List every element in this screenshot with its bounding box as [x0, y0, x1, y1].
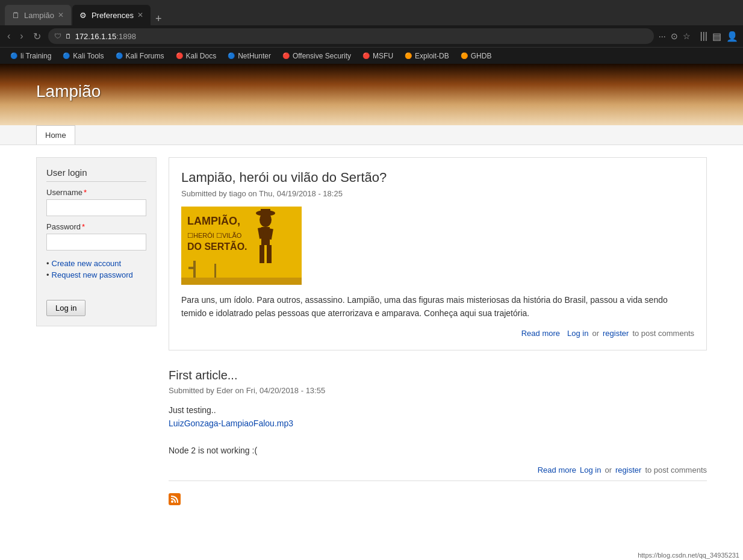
tab-lampiao[interactable]: 🗒 Lampião ✕ [5, 5, 71, 25]
article-1-register-link[interactable]: register [603, 329, 629, 338]
article-1-read-more[interactable]: Read more [521, 329, 560, 338]
tab-bar: 🗒 Lampião ✕ ⚙ Preferences ✕ + [5, 0, 165, 25]
bookmark-label-ghdb: GHDB [471, 52, 492, 60]
sidebar: User login Username* Password* Create ne… [36, 157, 157, 511]
bookmark-favicon-ghdb: 🟠 [460, 52, 468, 60]
bookmark-favicon-nethunter: 🔵 [227, 52, 235, 60]
username-required: * [84, 188, 87, 197]
article-1-footer: Read more Log in or register to post com… [181, 329, 694, 338]
bookmark-favicon-kali-forums: 🔵 [115, 52, 123, 60]
new-tab-button[interactable]: + [152, 13, 166, 25]
tab-close-lampiao[interactable]: ✕ [58, 11, 64, 19]
tab-close-preferences[interactable]: ✕ [137, 11, 143, 19]
svg-rect-13 [188, 267, 196, 269]
svg-rect-15 [181, 278, 302, 285]
login-title: User login [46, 167, 146, 182]
bookmark-favicon-kali-tools: 🔵 [62, 52, 70, 60]
page-nav: Home [0, 125, 743, 145]
bookmark-li-training[interactable]: 🔵 li Training [5, 50, 56, 62]
article-card-1: Lampião, herói ou vilão do Sertão? Submi… [169, 157, 707, 350]
article-card-2: First article... Submitted by Eder on Fr… [169, 362, 707, 482]
log-in-button[interactable]: Log in [46, 300, 85, 316]
address-bar[interactable]: 🛡 🗒 172.16.1.15:1898 [48, 28, 654, 44]
bookmark-favicon-msfu: 🔴 [362, 52, 370, 60]
pocket-icon[interactable]: ⊙ [671, 31, 678, 41]
bookmark-favicon-kali-docs: 🔴 [175, 52, 184, 60]
article-1-image: LAMPIÃO, ☐HERÓI ☐VILÃO DO SERTÃO. [181, 207, 302, 285]
url-port: :1898 [116, 32, 136, 41]
svg-rect-14 [214, 264, 216, 279]
address-bar-row: ‹ › ↻ 🛡 🗒 172.16.1.15:1898 ··· ⊙ ☆ ||| ▤… [0, 25, 743, 47]
address-bar-overflow: ··· ⊙ ☆ [659, 31, 691, 41]
bookmark-kali-docs[interactable]: 🔴 Kali Docs [170, 50, 222, 62]
library-icon[interactable]: ||| [700, 31, 707, 42]
page-favicon: 🗒 [65, 33, 72, 40]
svg-text:LAMPIÃO,: LAMPIÃO, [187, 214, 240, 227]
bookmark-label-kali-docs: Kali Docs [186, 52, 217, 60]
svg-rect-9 [267, 245, 272, 263]
tab-label-preferences: Preferences [92, 11, 134, 20]
article-2-footer: Read more Log in or register to post com… [169, 465, 707, 474]
password-label: Password* [46, 222, 146, 231]
svg-point-16 [171, 500, 173, 503]
username-input[interactable] [46, 199, 146, 216]
reload-button[interactable]: ↻ [31, 30, 43, 43]
site-title: Lampião [36, 82, 707, 101]
password-input[interactable] [46, 234, 146, 250]
login-box: User login Username* Password* Create ne… [36, 157, 157, 326]
tab-label-lampiao: Lampião [24, 11, 54, 20]
article-2-read-more[interactable]: Read more [538, 465, 576, 474]
article-1-meta: Submitted by tiago on Thu, 04/19/2018 - … [181, 189, 694, 198]
create-account-link-item: Create new account [46, 259, 146, 268]
article-1-login-link[interactable]: Log in [567, 329, 588, 338]
tab-preferences[interactable]: ⚙ Preferences ✕ [72, 5, 151, 25]
article-2-or-text: or [605, 465, 612, 474]
article-2-register-link[interactable]: register [615, 465, 641, 474]
article-2-audio-link[interactable]: LuizGonzaga-LampiaoFalou.mp3 [169, 418, 293, 428]
username-label: Username* [46, 188, 146, 197]
bookmark-offensive-security[interactable]: 🔴 Offensive Security [277, 50, 356, 62]
request-password-link-item: Request new password [46, 270, 146, 279]
create-account-link[interactable]: Create new account [52, 259, 122, 268]
tab-favicon-lampiao: 🗒 [12, 11, 20, 19]
overflow-icon[interactable]: ··· [659, 31, 666, 41]
url-host: 172.16.1.15 [75, 32, 117, 41]
article-1-to-post-text: to post comments [632, 329, 694, 338]
shield-icon: 🛡 [54, 32, 61, 40]
request-password-link[interactable]: Request new password [52, 270, 133, 279]
main-content: Lampião, herói ou vilão do Sertão? Submi… [169, 157, 707, 511]
bookmark-label-offensive-security: Offensive Security [293, 52, 351, 60]
bookmark-ghdb[interactable]: 🟠 GHDB [455, 50, 497, 62]
page-header: Lampião [0, 64, 743, 125]
bookmark-favicon-offensive-security: 🔴 [282, 52, 290, 60]
profile-icon[interactable]: 👤 [726, 31, 738, 42]
star-icon[interactable]: ☆ [683, 31, 691, 41]
svg-text:DO SERTÃO.: DO SERTÃO. [187, 240, 247, 252]
tab-favicon-preferences: ⚙ [79, 11, 88, 19]
forward-button[interactable]: › [17, 30, 25, 43]
article-2-meta: Submitted by Eder on Fri, 04/20/2018 - 1… [169, 386, 707, 395]
bookmark-nethunter[interactable]: 🔵 NetHunter [222, 50, 276, 62]
bookmark-favicon-exploit-db: 🟠 [404, 52, 412, 60]
toolbar-icons: ||| ▤ 👤 [700, 31, 738, 42]
nav-home-button[interactable]: Home [36, 125, 75, 145]
page-body: User login Username* Password* Create ne… [0, 145, 743, 523]
bookmark-favicon-li-training: 🔵 [10, 52, 18, 60]
svg-rect-11 [261, 209, 270, 214]
article-2-to-post-text: to post comments [645, 465, 707, 474]
rss-icon[interactable] [169, 493, 181, 505]
sidebar-toggle-icon[interactable]: ▤ [712, 31, 721, 42]
article-2-login-link[interactable]: Log in [580, 465, 601, 474]
article-2-title: First article... [169, 369, 707, 382]
bookmark-exploit-db[interactable]: 🟠 Exploit-DB [399, 50, 454, 62]
bookmark-msfu[interactable]: 🔴 MSFU [357, 50, 398, 62]
article-1-body: Para uns, um ídolo. Para outros, assassi… [181, 293, 694, 320]
bookmarks-bar: 🔵 li Training 🔵 Kali Tools 🔵 Kali Forums… [0, 47, 743, 64]
bookmark-label-nethunter: NetHunter [238, 52, 271, 60]
bookmark-label-exploit-db: Exploit-DB [415, 52, 449, 60]
bookmark-kali-tools[interactable]: 🔵 Kali Tools [57, 50, 108, 62]
back-button[interactable]: ‹ [5, 30, 13, 43]
bookmark-kali-forums[interactable]: 🔵 Kali Forums [110, 50, 169, 62]
bookmark-label-li-training: li Training [20, 52, 51, 60]
bookmark-label-kali-tools: Kali Tools [73, 52, 104, 60]
